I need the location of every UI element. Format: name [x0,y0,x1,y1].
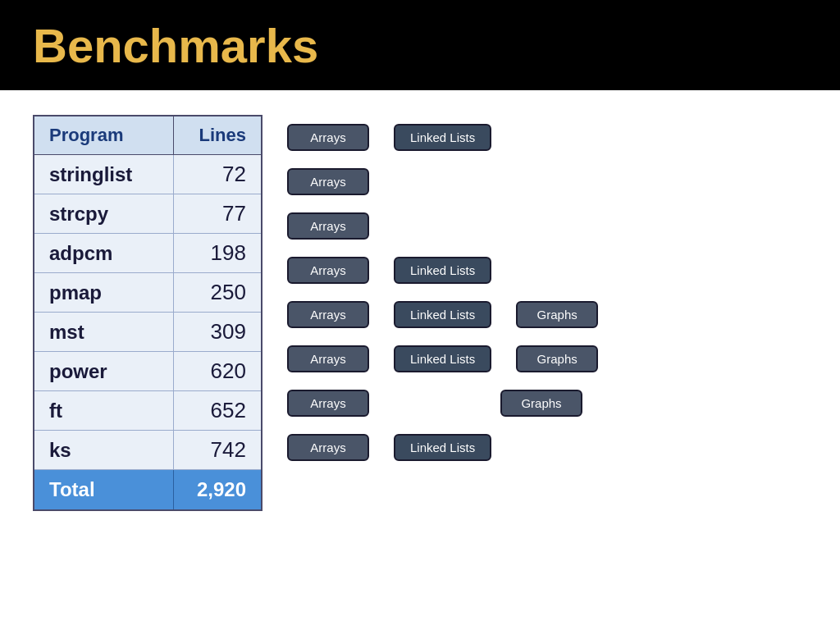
button-row: ArraysLinked ListsGraphs [287,336,598,381]
placeholder [394,389,476,417]
placeholder [394,167,476,195]
linked-lists-button[interactable]: Linked Lists [394,124,491,151]
page-header: Benchmarks [0,0,840,90]
table-row: adpcm 198 [34,234,262,273]
arrays-button[interactable]: Arrays [287,301,369,328]
linked-lists-button[interactable]: Linked Lists [394,345,491,372]
table-row: stringlist 72 [34,155,262,194]
linked-lists-button[interactable]: Linked Lists [394,434,491,461]
footer-value: 2,920 [174,470,262,511]
table-row: power 620 [34,352,262,391]
linked-lists-button[interactable]: Linked Lists [394,301,491,328]
benchmarks-table: Program Lines stringlist 72 strcpy 77 ad… [33,115,262,511]
cell-lines: 742 [174,431,262,470]
col-header-lines: Lines [174,116,262,155]
linked-lists-button[interactable]: Linked Lists [394,257,491,284]
page-title: Benchmarks [33,18,318,73]
table-row: strcpy 77 [34,194,262,234]
arrays-button[interactable]: Arrays [287,390,369,417]
cell-program: adpcm [34,234,174,273]
col-header-program: Program [34,116,174,155]
table-row: ks 742 [34,431,262,470]
button-row: Arrays [287,159,598,203]
cell-lines: 652 [174,391,262,431]
cell-program: ks [34,431,174,470]
cell-lines: 77 [174,194,262,234]
table-row: mst 309 [34,313,262,352]
main-content: Program Lines stringlist 72 strcpy 77 ad… [0,90,840,536]
arrays-button[interactable]: Arrays [287,434,369,461]
graphs-button[interactable]: Graphs [500,390,582,417]
table-row: pmap 250 [34,273,262,313]
cell-program: power [34,352,174,391]
cell-lines: 72 [174,155,262,194]
arrays-button[interactable]: Arrays [287,257,369,284]
arrays-button[interactable]: Arrays [287,168,369,195]
cell-lines: 198 [174,234,262,273]
arrays-button[interactable]: Arrays [287,345,369,372]
graphs-button[interactable]: Graphs [516,345,598,372]
arrays-button[interactable]: Arrays [287,124,369,151]
cell-program: strcpy [34,194,174,234]
cell-program: ft [34,391,174,431]
cell-lines: 309 [174,313,262,352]
button-row: ArraysLinked Lists [287,115,598,159]
cell-lines: 250 [174,273,262,313]
footer-label: Total [34,470,174,511]
graphs-button[interactable]: Graphs [516,301,598,328]
button-row: ArraysLinked Lists [287,425,598,469]
table-row: ft 652 [34,391,262,431]
arrays-button[interactable]: Arrays [287,212,369,240]
button-row: ArraysGraphs [287,381,598,425]
button-row: ArraysLinked Lists [287,248,598,292]
table-footer-row: Total 2,920 [34,470,262,511]
cell-program: stringlist [34,155,174,194]
placeholder [394,212,476,240]
buttons-area: ArraysLinked ListsArraysArraysArraysLink… [287,115,598,469]
cell-program: mst [34,313,174,352]
cell-lines: 620 [174,352,262,391]
button-row: Arrays [287,203,598,248]
button-row: ArraysLinked ListsGraphs [287,292,598,336]
cell-program: pmap [34,273,174,313]
